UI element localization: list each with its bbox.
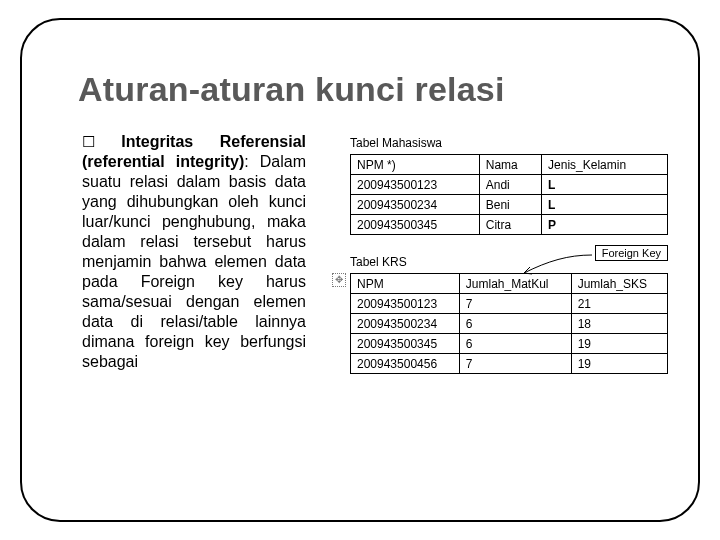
table-row: 200943500234 Beni L (351, 195, 668, 215)
table2-h0: NPM (351, 274, 460, 294)
body-rest: : Dalam suatu relasi dalam basis data ya… (82, 153, 306, 370)
table1-h1: Nama (479, 155, 541, 175)
table-row: NPM Jumlah_MatKul Jumlah_SKS (351, 274, 668, 294)
table-row: 200943500234 6 18 (351, 314, 668, 334)
body-paragraph: ☐ Integritas Referensial (referential in… (82, 132, 306, 372)
table2-h2: Jumlah_SKS (571, 274, 667, 294)
table-row: 200943500345 Citra P (351, 215, 668, 235)
slide: Aturan-aturan kunci relasi ☐ Integritas … (0, 0, 720, 540)
cell: 21 (571, 294, 667, 314)
anchor-icon: ✥ (332, 273, 346, 287)
table1-h2: Jenis_Kelamin (542, 155, 668, 175)
table-row: 200943500345 6 19 (351, 334, 668, 354)
cell: 200943500123 (351, 294, 460, 314)
cell: 200943500345 (351, 334, 460, 354)
cell: L (542, 195, 668, 215)
table-row: 200943500123 7 21 (351, 294, 668, 314)
cell: 200943500345 (351, 215, 480, 235)
foreign-key-annotation: Foreign Key ✥ Tabel KRS NPM Jumlah_MatKu… (350, 255, 668, 374)
cell: Andi (479, 175, 541, 195)
cell: P (542, 215, 668, 235)
cell: 200943500234 (351, 314, 460, 334)
cell: L (542, 175, 668, 195)
table1-h0: NPM *) (351, 155, 480, 175)
tables-area: Tabel Mahasiswa NPM *) Nama Jenis_Kelami… (350, 136, 668, 374)
cell: Beni (479, 195, 541, 215)
cell: 200943500456 (351, 354, 460, 374)
table2-title-row: ✥ Tabel KRS (350, 255, 668, 269)
cell: 200943500123 (351, 175, 480, 195)
table-row: 200943500123 Andi L (351, 175, 668, 195)
bullet-icon: ☐ (82, 133, 121, 150)
cell: 6 (459, 334, 571, 354)
cell: 6 (459, 314, 571, 334)
slide-heading: Aturan-aturan kunci relasi (78, 70, 505, 109)
cell: 19 (571, 354, 667, 374)
cell: 200943500234 (351, 195, 480, 215)
table2-title: Tabel KRS (350, 255, 407, 269)
cell: 7 (459, 354, 571, 374)
table-row: NPM *) Nama Jenis_Kelamin (351, 155, 668, 175)
table1-title: Tabel Mahasiswa (350, 136, 668, 150)
cell: 18 (571, 314, 667, 334)
table2-h1: Jumlah_MatKul (459, 274, 571, 294)
cell: 7 (459, 294, 571, 314)
table-mahasiswa: NPM *) Nama Jenis_Kelamin 200943500123 A… (350, 154, 668, 235)
table-krs: NPM Jumlah_MatKul Jumlah_SKS 20094350012… (350, 273, 668, 374)
cell: Citra (479, 215, 541, 235)
table-row: 200943500456 7 19 (351, 354, 668, 374)
cell: 19 (571, 334, 667, 354)
